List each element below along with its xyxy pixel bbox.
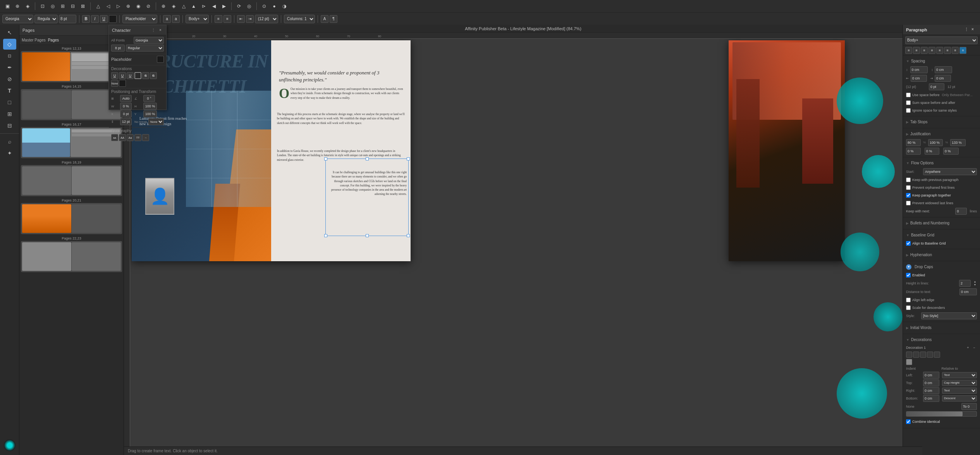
para-hyph-header[interactable]: ▶ Hyphenation xyxy=(903,251,980,259)
para-letter-max[interactable] xyxy=(925,148,939,155)
toolbar-icon-10[interactable]: ◁ xyxy=(104,2,112,10)
toolbar-icon-9[interactable]: △ xyxy=(94,2,102,10)
font-size-input[interactable] xyxy=(59,15,76,23)
char-deco-color[interactable] xyxy=(134,72,141,79)
page-thumb-2223[interactable]: Pages 22,23 xyxy=(21,236,122,272)
char-panel-menu[interactable]: ⋮ xyxy=(151,28,156,33)
para-deco-right-select[interactable]: Text xyxy=(942,388,977,394)
para-letter-min[interactable] xyxy=(906,148,921,155)
toolbar-icon-8[interactable]: ⊠ xyxy=(79,2,87,10)
para-deco-swatch-4[interactable] xyxy=(927,352,933,358)
toolbar-icon-16[interactable]: ◈ xyxy=(169,2,178,10)
para-keep-together-cb[interactable] xyxy=(906,193,911,198)
para-indent-left[interactable] xyxy=(911,75,927,82)
tool-text[interactable]: T xyxy=(3,85,16,96)
para-deco-color-swatch[interactable] xyxy=(906,359,912,365)
char-typo-3[interactable]: Aa xyxy=(127,134,134,141)
para-align-baseline-cb[interactable] xyxy=(906,241,911,246)
page-thumb-1617[interactable]: Pages 16,17 xyxy=(21,122,122,158)
text-align-2[interactable]: a xyxy=(172,15,180,23)
char-typo-1[interactable]: aa xyxy=(111,134,118,141)
para-deco-del[interactable]: − xyxy=(971,345,977,350)
para-deco-left-input[interactable] xyxy=(923,372,939,379)
tool-crop[interactable]: ⊡ xyxy=(3,50,16,61)
para-keep-prev-cb[interactable] xyxy=(906,178,911,182)
toolbar-icon-17[interactable]: △ xyxy=(179,2,188,10)
para-word-max[interactable] xyxy=(928,139,943,146)
para-word-min[interactable] xyxy=(906,139,921,146)
tool-zoom[interactable]: ⌕ xyxy=(3,136,16,147)
para-align-center[interactable]: ≡ xyxy=(913,47,920,54)
char-deco-s2[interactable]: S xyxy=(150,72,157,79)
para-space-after[interactable] xyxy=(935,66,952,73)
underline-button[interactable]: U xyxy=(100,15,108,23)
para-deco-bottom-select[interactable]: Descent xyxy=(942,395,977,402)
para-indent-right[interactable] xyxy=(935,75,951,82)
para-align-left[interactable]: ≡ xyxy=(905,47,912,54)
master-pages-link[interactable]: Master Pages xyxy=(22,38,46,42)
pages-section-link[interactable]: Pages xyxy=(48,38,59,42)
char-btn[interactable]: A xyxy=(321,15,328,23)
toolbar-icon-12[interactable]: ⊕ xyxy=(124,2,132,10)
tool-shape[interactable]: □ xyxy=(3,97,16,108)
italic-button[interactable]: I xyxy=(91,15,99,23)
toolbar-icon-7[interactable]: ⊟ xyxy=(69,2,77,10)
toolbar-icon-2[interactable]: ⊕ xyxy=(13,2,22,10)
font-style-select[interactable]: Regular xyxy=(34,15,58,23)
char-leading-input[interactable] xyxy=(120,118,132,125)
toolbar-icon-25[interactable]: ● xyxy=(270,2,279,10)
toolbar-icon-18[interactable]: ▲ xyxy=(189,2,198,10)
toolbar-icon-11[interactable]: ▷ xyxy=(114,2,122,10)
font-family-select[interactable]: Georgia xyxy=(2,15,33,23)
toolbar-icon-14[interactable]: ⊘ xyxy=(144,2,153,10)
para-deco-top-select[interactable]: Cap Height xyxy=(942,380,977,386)
tool-color-picker[interactable]: ✦ xyxy=(3,148,16,159)
handle-bl[interactable] xyxy=(324,234,327,237)
para-dropcaps-height-up[interactable]: ▲ xyxy=(973,280,977,283)
para-align-right[interactable]: ≡ xyxy=(921,47,928,54)
char-deco-none[interactable]: None xyxy=(111,80,118,87)
para-flow-header[interactable]: ▼ Flow Options xyxy=(903,159,980,167)
para-dropcaps-height-input[interactable] xyxy=(959,280,971,287)
toolbar-icon-24[interactable]: ⊙ xyxy=(260,2,268,10)
para-deco-transparency-slider[interactable] xyxy=(906,411,977,417)
page-thumb-1415[interactable]: Pages 14,15 xyxy=(21,84,122,120)
para-align-jc[interactable]: ≡ xyxy=(944,47,951,54)
para-word-desired[interactable] xyxy=(950,139,966,146)
bold-button[interactable]: B xyxy=(82,15,90,23)
handle-tr[interactable] xyxy=(407,157,410,160)
char-size-input[interactable] xyxy=(111,45,125,52)
char-typo-5[interactable]: → xyxy=(142,134,149,141)
char-typo-4[interactable]: TT xyxy=(134,134,141,141)
para-letter-desired[interactable] xyxy=(943,148,959,155)
tool-pencil[interactable]: ✒ xyxy=(3,62,16,73)
toolbar-icon-3[interactable]: ◈ xyxy=(23,2,32,10)
para-deco-swatch-3[interactable] xyxy=(920,352,926,358)
toolbar-icon-23[interactable]: ◎ xyxy=(245,2,253,10)
list-btn-2[interactable]: ≡ xyxy=(224,15,231,23)
para-initial-header[interactable]: ▶ Initial Words xyxy=(903,324,980,332)
list-btn-1[interactable]: ≡ xyxy=(215,15,222,23)
char-baseline-input[interactable] xyxy=(120,95,132,102)
toolbar-icon-22[interactable]: ⟳ xyxy=(235,2,243,10)
page-thumb-1819[interactable]: Pages 18,19 xyxy=(21,160,122,196)
indent-right-btn[interactable]: ⇥ xyxy=(246,15,254,23)
char-typo-2[interactable]: AA xyxy=(119,134,126,141)
para-dropcaps-scale-cb[interactable] xyxy=(906,305,911,310)
toolbar-icon-26[interactable]: ◑ xyxy=(280,2,289,10)
para-combine-cb[interactable] xyxy=(906,419,911,424)
para-sum-space-cb[interactable] xyxy=(906,100,911,105)
char-deco-s[interactable]: S xyxy=(142,72,149,79)
para-panel-menu[interactable]: ⋮ xyxy=(965,27,970,33)
columns-select[interactable]: Columns: 1 xyxy=(284,15,315,23)
handle-tl[interactable] xyxy=(324,157,327,160)
placeholder-select[interactable]: Placeholder xyxy=(122,15,157,23)
para-deco-swatch-5[interactable] xyxy=(934,352,940,358)
toolbar-icon-20[interactable]: ◀ xyxy=(210,2,218,10)
para-align-jr[interactable]: ≡ xyxy=(952,47,959,54)
char-deco-u[interactable]: U xyxy=(111,72,118,79)
tool-vector[interactable]: ⊘ xyxy=(3,74,16,84)
para-use-space-cb[interactable] xyxy=(906,93,911,97)
para-preset-select[interactable]: Body+ xyxy=(905,36,978,44)
tool-color-display[interactable] xyxy=(4,439,15,451)
